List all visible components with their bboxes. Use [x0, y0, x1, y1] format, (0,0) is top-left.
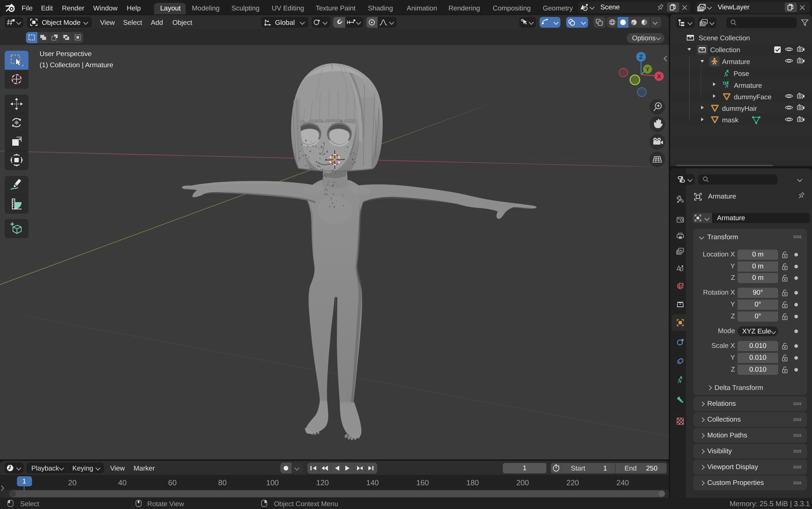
svg-text:Y: Y: [646, 67, 650, 73]
svg-text:X: X: [657, 74, 661, 80]
svg-text:Z: Z: [639, 54, 643, 60]
